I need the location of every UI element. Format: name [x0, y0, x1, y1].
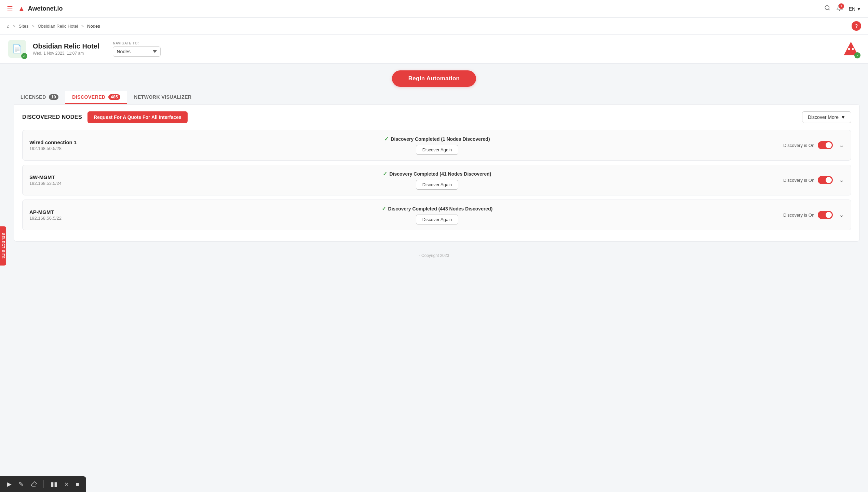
side-collapse-label: SELECT SITE: [1, 233, 5, 259]
main-content: LICENSED 10 DISCOVERED 485 NETWORK VISUA…: [0, 91, 868, 250]
breadcrumb-current: Nodes: [87, 24, 100, 29]
node-discovery-ap-mgmt: ✓ Discovery Completed (443 Nodes Discove…: [96, 205, 778, 224]
toggle-switch-sw-mgmt[interactable]: [818, 176, 833, 184]
node-info-wired1: Wired connection 1 192.168.50.5/28: [29, 139, 91, 151]
discovery-text-sw-mgmt: Discovery Completed (41 Nodes Discovered…: [389, 171, 491, 177]
app-logo: ▲ Awetonet.io: [18, 4, 63, 13]
logo-icon: ▲: [18, 4, 25, 13]
automation-bar: Begin Automation: [0, 64, 868, 91]
node-discovery-wired1: ✓ Discovery Completed (1 Nodes Discovere…: [96, 136, 778, 155]
tab-licensed-label: LICENSED: [21, 94, 46, 100]
tabs-bar: LICENSED 10 DISCOVERED 485 NETWORK VISUA…: [14, 91, 860, 104]
nodes-list: Wired connection 1 192.168.50.5/28 ✓ Dis…: [22, 130, 851, 230]
search-button[interactable]: [824, 5, 830, 13]
breadcrumb-bar: ⌂ > Sites > Obsidian Relic Hotel > Nodes…: [0, 18, 868, 35]
node-toggle-area-ap-mgmt: Discovery is On ⌄: [783, 211, 844, 219]
topnav: ☰ ▲ Awetonet.io 1 EN ▼: [0, 0, 868, 18]
breadcrumb-sep-1: >: [13, 24, 15, 29]
toggle-label-sw-mgmt: Discovery is On: [783, 178, 814, 183]
tab-licensed[interactable]: LICENSED 10: [14, 91, 65, 104]
nodes-panel-header: DISCOVERED NODES Request For A Quote For…: [22, 111, 851, 123]
check-icon-ap-mgmt: ✓: [382, 205, 386, 212]
breadcrumb-sites[interactable]: Sites: [19, 24, 29, 29]
node-name-ap-mgmt: AP-MGMT: [29, 209, 91, 215]
tab-discovered-count: 485: [108, 94, 121, 100]
breadcrumb-home[interactable]: ⌂: [7, 24, 11, 29]
navigate-label: NAVIGATE TO:: [113, 41, 161, 45]
robot-status-badge: ✓: [854, 52, 860, 58]
node-ip-sw-mgmt: 192.168.53.5/24: [29, 181, 91, 186]
node-ip-ap-mgmt: 192.168.56.5/22: [29, 216, 91, 221]
breadcrumb-hotel[interactable]: Obsidian Relic Hotel: [38, 24, 78, 29]
node-ip-wired1: 192.168.50.5/28: [29, 146, 91, 151]
discover-more-chevron-icon: ▼: [841, 114, 845, 120]
node-row-ap-mgmt: AP-MGMT 192.168.56.5/22 ✓ Discovery Comp…: [22, 200, 851, 230]
site-name: Obsidian Relic Hotel: [33, 42, 99, 50]
side-collapse-tab[interactable]: SELECT SITE: [0, 226, 6, 265]
discover-more-button[interactable]: Discover More ▼: [802, 111, 851, 123]
node-name-wired1: Wired connection 1: [29, 139, 91, 145]
node-info-sw-mgmt: SW-MGMT 192.168.53.5/24: [29, 174, 91, 186]
topnav-right: 1 EN ▼: [824, 5, 861, 13]
discovery-status-ap-mgmt: ✓ Discovery Completed (443 Nodes Discove…: [382, 205, 493, 212]
discovery-text-ap-mgmt: Discovery Completed (443 Nodes Discovere…: [388, 206, 493, 211]
menu-button[interactable]: ☰: [7, 5, 13, 13]
expand-button-wired1[interactable]: ⌄: [839, 141, 844, 149]
quote-button[interactable]: Request For A Quote For All Interfaces: [87, 111, 188, 123]
site-date: Wed, 1 Nov 2023, 11:07 am: [33, 51, 99, 56]
toggle-switch-ap-mgmt[interactable]: [818, 211, 833, 219]
breadcrumb-sep-3: >: [81, 24, 84, 29]
tab-licensed-count: 10: [49, 94, 58, 100]
discovery-status-sw-mgmt: ✓ Discovery Completed (41 Nodes Discover…: [383, 170, 491, 177]
tab-discovered[interactable]: DISCOVERED 485: [65, 91, 127, 104]
toggle-label-ap-mgmt: Discovery is On: [783, 213, 814, 218]
discover-more-label: Discover More: [808, 114, 839, 120]
toggle-switch-wired1[interactable]: [818, 141, 833, 149]
navigate-select[interactable]: Nodes Overview Settings Licenses: [113, 46, 161, 57]
node-info-ap-mgmt: AP-MGMT 192.168.56.5/22: [29, 209, 91, 221]
help-button[interactable]: ?: [852, 21, 861, 31]
expand-button-sw-mgmt[interactable]: ⌄: [839, 176, 844, 184]
check-icon-sw-mgmt: ✓: [383, 170, 387, 177]
node-discovery-sw-mgmt: ✓ Discovery Completed (41 Nodes Discover…: [96, 170, 778, 190]
navigate-dropdown: NAVIGATE TO: Nodes Overview Settings Lic…: [113, 41, 161, 57]
copyright-text: - Copyright 2023: [419, 253, 449, 258]
node-toggle-area-wired1: Discovery is On ⌄: [783, 141, 844, 149]
breadcrumb: ⌂ > Sites > Obsidian Relic Hotel > Nodes: [7, 24, 100, 29]
toggle-label-wired1: Discovery is On: [783, 143, 814, 148]
node-name-sw-mgmt: SW-MGMT: [29, 174, 91, 180]
notifications-button[interactable]: 1: [837, 5, 843, 13]
copyright: - Copyright 2023: [0, 250, 868, 275]
discover-again-button-ap-mgmt[interactable]: Discover Again: [416, 215, 459, 224]
nodes-panel: DISCOVERED NODES Request For A Quote For…: [14, 104, 860, 242]
svg-rect-4: [852, 48, 854, 50]
expand-button-ap-mgmt[interactable]: ⌄: [839, 211, 844, 219]
svg-point-0: [825, 5, 829, 10]
site-icon: 📄 ✓: [8, 40, 26, 58]
tab-network-label: NETWORK VISUALIZER: [134, 94, 191, 100]
check-icon-wired1: ✓: [384, 136, 389, 142]
discovery-status-wired1: ✓ Discovery Completed (1 Nodes Discovere…: [384, 136, 490, 142]
tab-network-visualizer[interactable]: NETWORK VISUALIZER: [127, 91, 198, 104]
tab-discovered-label: DISCOVERED: [72, 94, 106, 100]
notification-badge: 1: [839, 3, 844, 9]
lang-chevron-icon: ▼: [856, 6, 861, 12]
breadcrumb-sep-2: >: [32, 24, 35, 29]
page-header: 📄 ✓ Obsidian Relic Hotel Wed, 1 Nov 2023…: [0, 35, 868, 64]
node-row-sw-mgmt: SW-MGMT 192.168.53.5/24 ✓ Discovery Comp…: [22, 165, 851, 195]
home-icon: ⌂: [7, 24, 10, 29]
svg-line-1: [828, 9, 829, 10]
document-icon: 📄: [12, 44, 22, 54]
app-name: Awetonet.io: [28, 5, 63, 12]
discover-again-button-wired1[interactable]: Discover Again: [416, 145, 459, 155]
language-selector[interactable]: EN ▼: [849, 6, 861, 12]
node-toggle-area-sw-mgmt: Discovery is On ⌄: [783, 176, 844, 184]
discovery-text-wired1: Discovery Completed (1 Nodes Discovered): [391, 136, 490, 142]
lang-label: EN: [849, 6, 855, 12]
robot-icon-area: ✓: [842, 40, 860, 58]
nodes-panel-title: DISCOVERED NODES: [22, 114, 82, 120]
discover-again-button-sw-mgmt[interactable]: Discover Again: [416, 180, 459, 190]
site-status-badge: ✓: [21, 53, 27, 59]
begin-automation-button[interactable]: Begin Automation: [392, 70, 476, 87]
node-row-wired1: Wired connection 1 192.168.50.5/28 ✓ Dis…: [22, 130, 851, 161]
